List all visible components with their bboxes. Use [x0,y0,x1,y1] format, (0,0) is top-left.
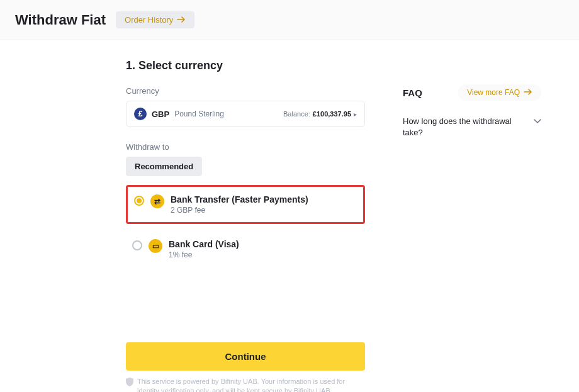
radio-bank-transfer[interactable] [134,196,144,206]
method-title: Bank Card (Visa) [169,239,239,249]
chevron-down-icon [534,117,541,126]
withdraw-tabs: Recommended [126,157,365,176]
view-more-label: View more FAQ [467,88,520,97]
order-history-label: Order History [125,15,173,25]
faq-header: FAQ View more FAQ [403,84,541,101]
balance-wrap: Balance: £100,337.95 ▸ [283,110,357,118]
shield-icon [126,378,133,389]
withdraw-section: Withdraw to Recommended ⇄ Bank Transfer … [126,142,365,267]
arrow-right-icon [177,15,186,25]
faq-title: FAQ [403,87,422,98]
bank-transfer-icon: ⇄ [150,194,164,208]
currency-code: GBP [152,109,169,119]
currency-label: Currency [126,86,365,96]
radio-bank-card[interactable] [132,240,142,250]
method-bank-transfer[interactable]: ⇄ Bank Transfer (Faster Payments) 2 GBP … [126,185,365,224]
currency-selector[interactable]: £ GBP Pound Sterling Balance: £100,337.9… [126,101,365,127]
method-fee: 1% fee [169,250,239,259]
caret-right-icon: ▸ [354,111,357,118]
faq-question: How long does the withdrawal take? [403,116,527,138]
form-column: 1. Select currency Currency £ GBP Pound … [126,59,365,392]
balance-label: Balance: [283,110,310,118]
method-title: Bank Transfer (Faster Payments) [171,194,308,204]
withdraw-to-label: Withdraw to [126,142,365,152]
main-container: 1. Select currency Currency £ GBP Pound … [0,40,579,392]
order-history-button[interactable]: Order History [116,11,194,28]
faq-sidebar: FAQ View more FAQ How long does the with… [403,59,541,392]
method-list: ⇄ Bank Transfer (Faster Payments) 2 GBP … [126,185,365,267]
view-more-faq-button[interactable]: View more FAQ [458,84,541,101]
method-text: Bank Card (Visa) 1% fee [169,239,239,259]
method-fee: 2 GBP fee [171,206,308,215]
method-bank-card[interactable]: ▭ Bank Card (Visa) 1% fee [126,232,365,267]
method-text: Bank Transfer (Faster Payments) 2 GBP fe… [171,194,308,215]
radio-dot-icon [137,198,142,203]
disclaimer: This service is powered by Bifinity UAB.… [126,377,365,392]
currency-pound-icon: £ [134,108,147,120]
step-title: 1. Select currency [126,59,365,72]
faq-item[interactable]: How long does the withdrawal take? [403,116,541,138]
disclaimer-text: This service is powered by Bifinity UAB.… [137,377,365,392]
header-bar: Withdraw Fiat Order History [0,0,579,40]
arrow-right-icon [524,88,532,97]
currency-name: Pound Sterling [174,109,224,118]
page-title: Withdraw Fiat [15,12,106,28]
balance-value: £100,337.95 [313,110,351,118]
continue-button[interactable]: Continue [126,342,365,371]
tab-recommended[interactable]: Recommended [126,157,202,176]
bank-card-icon: ▭ [149,239,162,253]
